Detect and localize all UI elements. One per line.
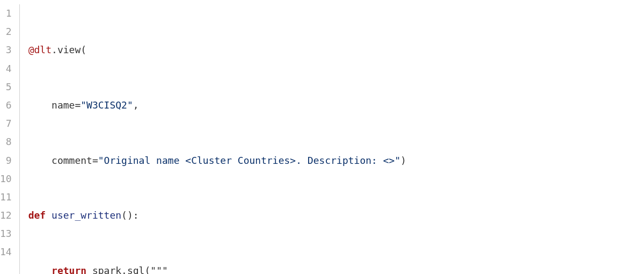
line-number: 10 (0, 170, 12, 188)
space (86, 265, 92, 274)
code-line[interactable]: comment="Original name <Cluster Countrie… (28, 152, 644, 170)
code-line[interactable]: @dlt.view( (28, 41, 644, 59)
line-number: 14 (0, 243, 12, 261)
punct-token: (): (121, 210, 139, 221)
indent (28, 265, 52, 274)
line-number: 12 (0, 206, 12, 225)
line-number: 7 (0, 114, 12, 133)
keyword-token: def (28, 210, 46, 221)
punct-token: ( (80, 44, 86, 55)
punct-token: = (92, 155, 98, 166)
punct-token: , (133, 99, 139, 111)
line-number: 3 (0, 41, 12, 59)
line-number-gutter: 1 2 3 4 5 6 7 8 9 10 11 12 13 14 (0, 4, 20, 274)
line-number: 13 (0, 225, 12, 243)
code-line[interactable]: name="W3CISQ2", (28, 96, 644, 114)
code-content[interactable]: @dlt.view( name="W3CISQ2", comment="Orig… (20, 4, 644, 274)
line-number: 5 (0, 78, 12, 96)
line-number: 1 (0, 4, 12, 23)
code-editor[interactable]: 1 2 3 4 5 6 7 8 9 10 11 12 13 14 @dlt.vi… (0, 4, 644, 274)
ident-token: view (57, 44, 80, 55)
keyword-token: return (52, 265, 86, 274)
line-number: 4 (0, 60, 12, 78)
line-number: 2 (0, 23, 12, 41)
decorator-token: @dlt (28, 44, 52, 55)
line-number: 9 (0, 152, 12, 170)
string-delim-token: """ (150, 265, 168, 274)
line-number: 6 (0, 96, 12, 114)
punct-token: ) (400, 155, 406, 166)
punct-token: = (75, 99, 80, 111)
indent (28, 99, 52, 111)
punct-token: . (52, 44, 57, 55)
code-line[interactable]: return spark.sql(""" (28, 262, 644, 274)
code-line[interactable]: def user_written(): (28, 206, 644, 225)
line-number: 8 (0, 133, 12, 151)
function-name-token: user_written (52, 210, 121, 221)
param-token: name (52, 99, 75, 111)
param-token: comment (52, 155, 92, 166)
indent (28, 155, 52, 166)
line-number: 11 (0, 188, 12, 206)
ident-token: spark.sql( (92, 265, 150, 274)
string-token: "Original name <Cluster Countries>. Desc… (98, 155, 401, 166)
string-token: "W3CISQ2" (80, 99, 133, 111)
space (46, 210, 52, 221)
